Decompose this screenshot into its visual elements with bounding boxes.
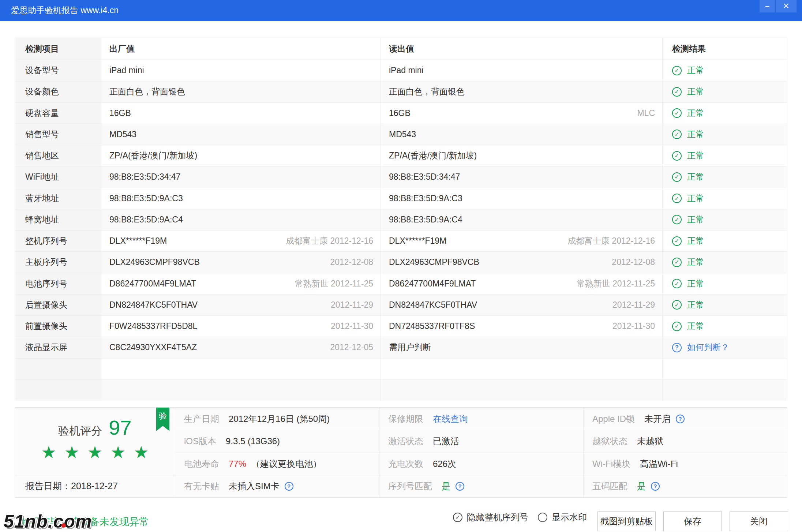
online-query-link[interactable]: 在线查询 bbox=[433, 413, 468, 425]
item-label: 设备型号 bbox=[25, 65, 59, 76]
read-value-cell: 需用户判断 bbox=[381, 337, 663, 358]
check-circle-icon: ✓ bbox=[672, 66, 682, 75]
read-note: MLC bbox=[637, 108, 655, 118]
item-cell: 蜂窝地址 bbox=[15, 209, 101, 230]
check-circle-icon: ✓ bbox=[672, 108, 682, 118]
table-row: 电池序列号D86247700M4F9LMAT常熟新世 2012-11-25D86… bbox=[15, 273, 787, 294]
factory-value: C8C24930YXXF4T5AZ bbox=[109, 342, 197, 352]
check-circle-icon: ✓ bbox=[672, 130, 682, 139]
factory-note: 2012-12-05 bbox=[330, 342, 373, 352]
detail-value-text: 626次 bbox=[433, 458, 456, 470]
item-label: 整机序列号 bbox=[25, 235, 67, 247]
header-factory-value: 出厂值 bbox=[101, 38, 381, 60]
how-to-judge-link[interactable]: 如何判断？ bbox=[687, 342, 729, 353]
save-button[interactable]: 保存 bbox=[663, 512, 722, 531]
read-value: iPad mini bbox=[389, 65, 424, 75]
empty-factory-cell bbox=[101, 359, 381, 379]
detail-value: 626次 bbox=[433, 458, 456, 470]
star-rating: ★★★★★ bbox=[33, 443, 157, 462]
detail-label: 生产日期 bbox=[184, 413, 219, 425]
empty-factory-cell bbox=[101, 380, 381, 401]
table-row: 主板序列号DLX24963CMPF98VCB2012-12-08DLX24963… bbox=[15, 251, 787, 273]
table-row: 硬盘容量16GB16GBMLC✓正常 bbox=[15, 102, 787, 124]
factory-value: DN824847KC5F0THAV bbox=[109, 300, 198, 310]
close-report-button[interactable]: 关闭 bbox=[730, 512, 788, 531]
factory-value-cell: 98:B8:E3:5D:9A:C4 bbox=[101, 209, 381, 230]
show-watermark-checkbox[interactable] bbox=[538, 513, 547, 522]
detail-value-text: 未越狱 bbox=[637, 435, 663, 447]
detail-value: 77%（建议更换电池） bbox=[229, 458, 322, 470]
score-cell: 验机评分 97 ★★★★★ 验 bbox=[15, 408, 175, 475]
read-value: 16GB bbox=[389, 108, 411, 118]
show-watermark-label[interactable]: 显示水印 bbox=[552, 512, 587, 523]
detail-value-text: 77% bbox=[229, 459, 246, 469]
hide-serial-label[interactable]: 隐藏整机序列号 bbox=[467, 512, 528, 523]
result-ok-label: 正常 bbox=[687, 299, 704, 311]
detail-label: 序列号匹配 bbox=[388, 480, 432, 492]
result-cell: ✓正常 bbox=[663, 188, 787, 209]
detail-label: 激活状态 bbox=[388, 435, 423, 447]
minimize-icon: – bbox=[765, 1, 769, 11]
close-button[interactable]: ✕ bbox=[776, 0, 797, 12]
factory-note: 成都富士康 2012-12-16 bbox=[286, 235, 373, 247]
table-row: 设备颜色正面白色，背面银色正面白色，背面银色✓正常 bbox=[15, 81, 787, 102]
question-circle-icon[interactable]: ? bbox=[672, 343, 682, 352]
read-value-cell: DN824847KC5F0THAV2012-11-29 bbox=[381, 295, 663, 315]
item-label: 蜂窝地址 bbox=[25, 214, 59, 225]
detail-value: 2012年12月16日 (第50周) bbox=[229, 413, 330, 425]
detail-cell: 有无卡贴未插入SIM卡? bbox=[175, 475, 379, 497]
item-label: 硬盘容量 bbox=[25, 108, 59, 119]
detail-cell: 生产日期2012年12月16日 (第50周) bbox=[175, 408, 379, 430]
hide-serial-checkbox[interactable]: ✓ bbox=[453, 513, 462, 522]
result-ok-label: 正常 bbox=[687, 235, 704, 247]
table-row: 整机序列号DLX******F19M成都富士康 2012-12-16DLX***… bbox=[15, 230, 787, 251]
empty-item-cell bbox=[15, 380, 101, 401]
question-circle-icon[interactable]: ? bbox=[285, 482, 293, 491]
detail-cell: 充电次数626次 bbox=[379, 453, 584, 475]
factory-value-cell: MD543 bbox=[101, 124, 381, 145]
close-icon: ✕ bbox=[783, 1, 789, 11]
check-circle-icon: ✓ bbox=[672, 215, 682, 224]
detail-value-text: 是 bbox=[637, 480, 646, 492]
detail-value-text: 已激活 bbox=[433, 435, 459, 447]
read-value-cell: ZP/A(香港/澳门/新加坡) bbox=[381, 145, 663, 166]
item-cell: 销售型号 bbox=[15, 124, 101, 145]
read-value-cell: 16GBMLC bbox=[381, 103, 663, 124]
empty-read-cell bbox=[381, 380, 663, 401]
table-row: 蜂窝地址98:B8:E3:5D:9A:C498:B8:E3:5D:9A:C4✓正… bbox=[15, 209, 787, 230]
table-empty-row bbox=[15, 358, 787, 379]
empty-read-cell bbox=[381, 359, 663, 379]
result-cell: ✓正常 bbox=[663, 81, 787, 102]
detail-label: 五码匹配 bbox=[592, 480, 627, 492]
item-label: 蓝牙地址 bbox=[25, 193, 59, 204]
minimize-button[interactable]: – bbox=[760, 0, 775, 12]
read-value: ZP/A(香港/澳门/新加坡) bbox=[389, 150, 477, 161]
detail-value: 是? bbox=[637, 480, 660, 492]
read-value-cell: DLX******F19M成都富士康 2012-12-16 bbox=[381, 231, 663, 251]
factory-value: MD543 bbox=[109, 130, 136, 139]
factory-value: 98:B8:E3:5D:9A:C3 bbox=[109, 194, 183, 203]
header-result: 检测结果 bbox=[663, 38, 787, 60]
detail-value: 未插入SIM卡? bbox=[229, 480, 293, 492]
read-note: 2012-11-29 bbox=[612, 300, 655, 310]
item-cell: 液晶显示屏 bbox=[15, 337, 101, 358]
read-value: DLX24963CMPF98VCB bbox=[389, 257, 479, 267]
report-date-value: 2018-12-27 bbox=[71, 481, 118, 491]
question-circle-icon[interactable]: ? bbox=[456, 482, 464, 491]
screenshot-to-clipboard-button[interactable]: 截图到剪贴板 bbox=[597, 512, 656, 531]
question-circle-icon[interactable]: ? bbox=[651, 482, 660, 491]
table-row: 前置摄像头F0W2485337RFD5D8L2012-11-30DN724853… bbox=[15, 315, 787, 337]
header-item: 检测项目 bbox=[15, 38, 101, 60]
factory-value: 正面白色，背面银色 bbox=[109, 86, 185, 97]
result-cell: ✓正常 bbox=[663, 273, 787, 294]
table-row: 销售型号MD543MD543✓正常 bbox=[15, 124, 787, 145]
question-circle-icon[interactable]: ? bbox=[676, 415, 685, 423]
detail-value-suffix: （建议更换电池） bbox=[251, 458, 322, 470]
factory-value: DLX******F19M bbox=[109, 236, 167, 246]
read-value: D86247700M4F9LMAT bbox=[389, 279, 476, 289]
item-cell: 后置摄像头 bbox=[15, 295, 101, 315]
item-label: 液晶显示屏 bbox=[25, 342, 67, 353]
header-read-value: 读出值 bbox=[381, 38, 663, 60]
detail-label: Wi-Fi模块 bbox=[592, 458, 630, 470]
item-label: 前置摄像头 bbox=[25, 321, 67, 332]
